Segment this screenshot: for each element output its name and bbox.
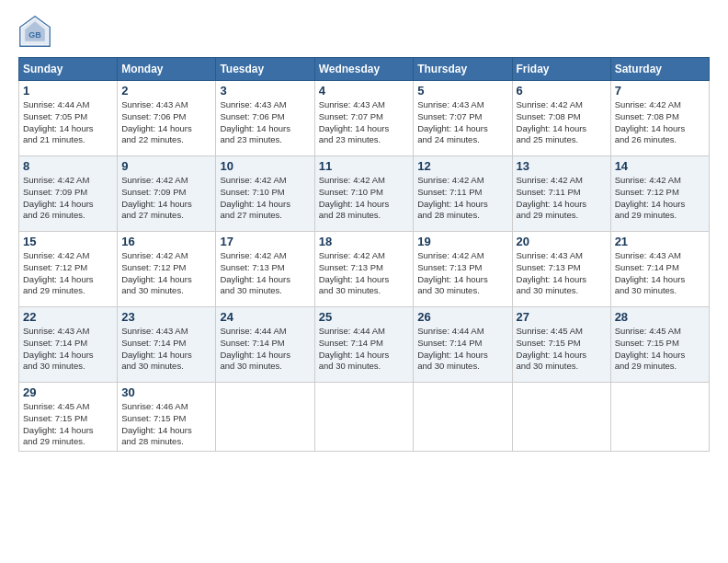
- day-number: 12: [417, 159, 507, 173]
- calendar-week-row: 1 Sunrise: 4:44 AM Sunset: 7:05 PM Dayli…: [19, 81, 710, 156]
- day-detail: Sunrise: 4:42 AM Sunset: 7:12 PM Dayligh…: [615, 175, 705, 222]
- sunrise-label: Sunrise:: [319, 175, 354, 185]
- day-detail: Sunrise: 4:45 AM Sunset: 7:15 PM Dayligh…: [615, 326, 705, 373]
- weekday-header: Sunday: [19, 58, 118, 81]
- sunset-label: Sunset:: [319, 338, 351, 348]
- sunset-label: Sunset:: [319, 262, 351, 272]
- calendar-cell: 22 Sunrise: 4:43 AM Sunset: 7:14 PM Dayl…: [19, 307, 118, 383]
- weekday-header: Wednesday: [314, 58, 414, 81]
- calendar-week-row: 22 Sunrise: 4:43 AM Sunset: 7:14 PM Dayl…: [19, 307, 710, 383]
- sunset-label: Sunset:: [23, 413, 55, 423]
- day-detail: Sunrise: 4:44 AM Sunset: 7:14 PM Dayligh…: [319, 326, 410, 373]
- sunset-label: Sunset:: [517, 262, 549, 272]
- sunrise-time: 4:44 AM: [58, 99, 90, 109]
- daylight-label: Daylight:: [319, 274, 356, 284]
- sunrise-time: 4:42 AM: [649, 175, 681, 185]
- sunrise-time: 4:46 AM: [156, 401, 188, 411]
- daylight-label: Daylight:: [417, 274, 454, 284]
- sunrise-label: Sunrise:: [417, 250, 452, 260]
- day-number: 28: [615, 310, 705, 324]
- calendar-cell: 5 Sunrise: 4:43 AM Sunset: 7:07 PM Dayli…: [414, 81, 512, 156]
- day-detail: Sunrise: 4:42 AM Sunset: 7:10 PM Dayligh…: [319, 175, 410, 222]
- sunrise-time: 4:44 AM: [452, 326, 484, 336]
- calendar-week-row: 29 Sunrise: 4:45 AM Sunset: 7:15 PM Dayl…: [19, 383, 710, 452]
- calendar-cell: 19 Sunrise: 4:42 AM Sunset: 7:13 PM Dayl…: [414, 232, 512, 307]
- sunrise-label: Sunrise:: [220, 250, 255, 260]
- sunrise-label: Sunrise:: [121, 326, 156, 336]
- sunrise-time: 4:42 AM: [156, 250, 188, 260]
- sunset-label: Sunset:: [23, 338, 55, 348]
- sunset-label: Sunset:: [417, 262, 449, 272]
- sunset-label: Sunset:: [121, 187, 154, 197]
- day-detail: Sunrise: 4:42 AM Sunset: 7:12 PM Dayligh…: [23, 250, 113, 297]
- sunrise-label: Sunrise:: [319, 326, 354, 336]
- sunrise-label: Sunrise:: [417, 175, 452, 185]
- sunset-label: Sunset:: [615, 262, 647, 272]
- sunrise-label: Sunrise:: [319, 99, 354, 109]
- daylight-label: Daylight:: [220, 274, 256, 284]
- calendar: SundayMondayTuesdayWednesdayThursdayFrid…: [18, 57, 710, 452]
- day-detail: Sunrise: 4:42 AM Sunset: 7:13 PM Dayligh…: [417, 250, 507, 297]
- sunset-time: 7:06 PM: [154, 111, 186, 121]
- sunset-time: 7:14 PM: [252, 338, 284, 348]
- sunset-time: 7:08 PM: [548, 111, 580, 121]
- sunrise-label: Sunrise:: [417, 326, 452, 336]
- calendar-cell: 12 Sunrise: 4:42 AM Sunset: 7:11 PM Dayl…: [414, 156, 512, 232]
- day-number: 17: [220, 235, 310, 248]
- sunrise-label: Sunrise:: [23, 250, 58, 260]
- day-detail: Sunrise: 4:43 AM Sunset: 7:07 PM Dayligh…: [319, 99, 410, 146]
- sunset-label: Sunset:: [220, 338, 252, 348]
- day-number: 4: [319, 84, 410, 98]
- sunset-label: Sunset:: [121, 111, 154, 121]
- sunset-time: 7:11 PM: [548, 187, 580, 197]
- daylight-label: Daylight:: [23, 425, 60, 435]
- sunset-time: 7:13 PM: [252, 262, 284, 272]
- daylight-label: Daylight:: [517, 350, 553, 360]
- sunrise-label: Sunrise:: [220, 175, 255, 185]
- calendar-cell: 8 Sunrise: 4:42 AM Sunset: 7:09 PM Dayli…: [19, 156, 118, 232]
- daylight-label: Daylight:: [23, 199, 60, 209]
- calendar-cell: 29 Sunrise: 4:45 AM Sunset: 7:15 PM Dayl…: [19, 383, 118, 452]
- sunset-label: Sunset:: [517, 338, 549, 348]
- daylight-label: Daylight:: [615, 199, 652, 209]
- sunset-time: 7:13 PM: [449, 262, 482, 272]
- day-number: 7: [615, 84, 705, 98]
- day-number: 29: [23, 385, 113, 399]
- calendar-week-row: 8 Sunrise: 4:42 AM Sunset: 7:09 PM Dayli…: [19, 156, 710, 232]
- daylight-label: Daylight:: [417, 199, 454, 209]
- day-detail: Sunrise: 4:42 AM Sunset: 7:09 PM Dayligh…: [121, 175, 211, 222]
- sunrise-time: 4:42 AM: [156, 175, 188, 185]
- day-number: 26: [417, 310, 507, 324]
- day-detail: Sunrise: 4:42 AM Sunset: 7:10 PM Dayligh…: [220, 175, 310, 222]
- sunset-time: 7:12 PM: [55, 262, 87, 272]
- sunrise-label: Sunrise:: [417, 99, 452, 109]
- day-number: 24: [220, 310, 310, 324]
- sunrise-time: 4:42 AM: [551, 175, 583, 185]
- sunrise-label: Sunrise:: [121, 250, 156, 260]
- day-number: 16: [121, 235, 211, 248]
- sunrise-time: 4:43 AM: [551, 250, 583, 260]
- daylight-label: Daylight:: [417, 123, 454, 133]
- sunset-label: Sunset:: [23, 187, 55, 197]
- daylight-label: Daylight:: [517, 274, 553, 284]
- sunrise-time: 4:42 AM: [551, 99, 583, 109]
- day-number: 8: [23, 159, 113, 173]
- daylight-label: Daylight:: [319, 350, 356, 360]
- day-detail: Sunrise: 4:45 AM Sunset: 7:15 PM Dayligh…: [23, 401, 113, 448]
- daylight-label: Daylight:: [517, 199, 553, 209]
- calendar-cell: 24 Sunrise: 4:44 AM Sunset: 7:14 PM Dayl…: [216, 307, 314, 383]
- day-number: 25: [319, 310, 410, 324]
- day-detail: Sunrise: 4:42 AM Sunset: 7:09 PM Dayligh…: [23, 175, 113, 222]
- sunset-label: Sunset:: [417, 338, 449, 348]
- day-number: 13: [517, 159, 607, 173]
- sunrise-label: Sunrise:: [517, 250, 552, 260]
- sunset-label: Sunset:: [615, 187, 647, 197]
- daylight-label: Daylight:: [121, 123, 158, 133]
- calendar-cell: 25 Sunrise: 4:44 AM Sunset: 7:14 PM Dayl…: [314, 307, 414, 383]
- sunset-label: Sunset:: [220, 111, 252, 121]
- sunset-time: 7:14 PM: [449, 338, 482, 348]
- sunrise-time: 4:45 AM: [58, 401, 90, 411]
- daylight-label: Daylight:: [23, 350, 60, 360]
- calendar-cell: [314, 383, 414, 452]
- calendar-cell: 21 Sunrise: 4:43 AM Sunset: 7:14 PM Dayl…: [610, 232, 709, 307]
